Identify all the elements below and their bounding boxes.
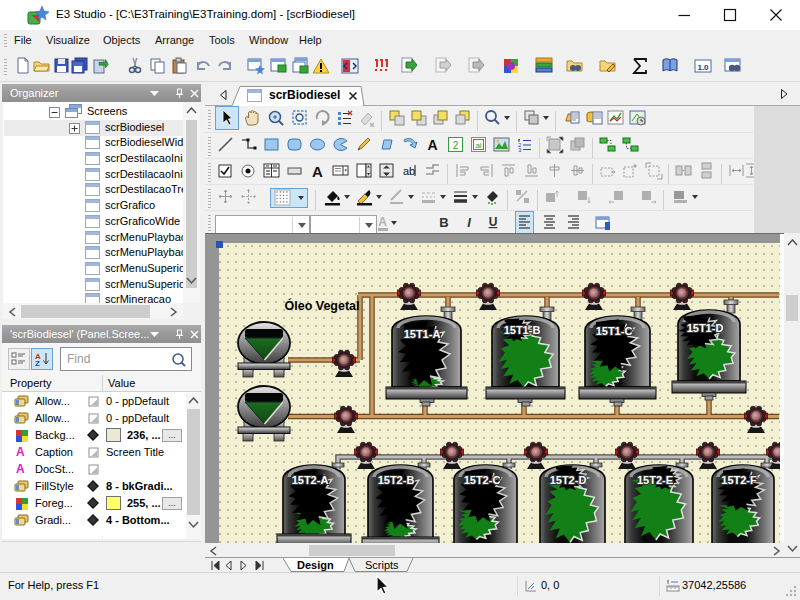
svg-text:3: 3: [518, 147, 522, 153]
svg-text:15T1-B: 15T1-B: [504, 324, 541, 336]
svg-text:15T1-A: 15T1-A: [404, 328, 441, 340]
svg-text:A: A: [378, 215, 387, 229]
svg-text:ab: ab: [403, 165, 415, 177]
svg-text:15T2-B: 15T2-B: [378, 474, 415, 486]
svg-text:A: A: [312, 163, 323, 180]
svg-text:A: A: [427, 137, 437, 153]
svg-text:Z: Z: [35, 359, 40, 367]
svg-text:U: U: [489, 215, 498, 229]
svg-text:15T2-A: 15T2-A: [292, 474, 329, 486]
svg-text:1.0: 1.0: [697, 63, 709, 72]
svg-text:15T2-C: 15T2-C: [464, 474, 501, 486]
svg-text:15T1-D: 15T1-D: [687, 322, 724, 334]
svg-text:B: B: [439, 215, 448, 230]
svg-text:I: I: [467, 215, 471, 230]
svg-text:Óleo Vegetal: Óleo Vegetal: [284, 298, 359, 313]
svg-text:al: al: [475, 141, 481, 150]
svg-text:15T2-F: 15T2-F: [721, 474, 757, 486]
svg-text:15T2-D: 15T2-D: [550, 474, 587, 486]
svg-text:15T1-C: 15T1-C: [596, 325, 633, 337]
svg-text:15T2-E: 15T2-E: [637, 474, 673, 486]
svg-text:2: 2: [453, 140, 459, 151]
